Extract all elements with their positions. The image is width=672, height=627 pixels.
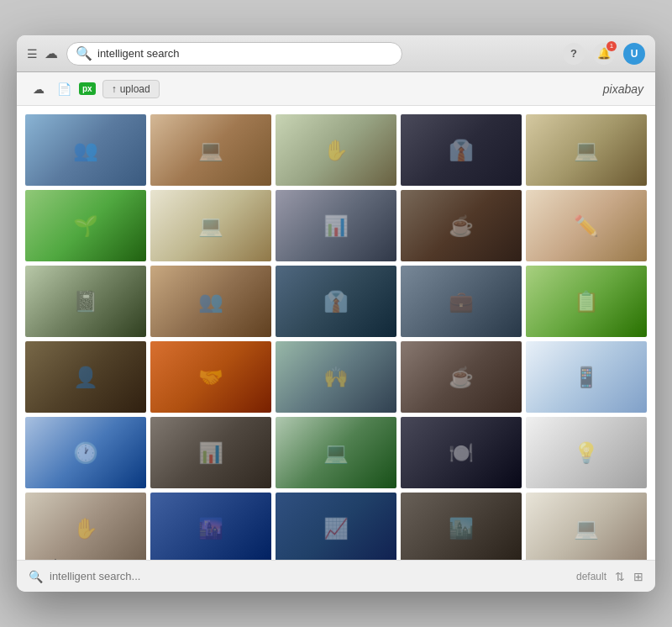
image-item-tooltip[interactable]: ✋ Search for any type of image	[25, 493, 146, 560]
img-overlay: 📊	[276, 190, 396, 261]
grid-view-icon[interactable]: ⊞	[633, 570, 643, 583]
image-item[interactable]: 💻	[150, 190, 271, 261]
image-item[interactable]: 🌆	[150, 493, 271, 560]
image-item[interactable]: 📓	[25, 266, 146, 337]
image-item[interactable]: 🍽️	[401, 417, 522, 488]
image-item[interactable]: 📱	[526, 341, 647, 413]
img-overlay: 👔	[276, 266, 396, 337]
upload-button[interactable]: ↑ upload	[102, 80, 160, 98]
image-item[interactable]: 📋	[526, 266, 647, 337]
image-item[interactable]: 💻	[276, 417, 396, 488]
img-overlay: 💻	[276, 417, 396, 488]
img-overlay: 🙌	[276, 341, 396, 413]
pixabay-icon[interactable]: px	[79, 82, 96, 95]
image-item[interactable]: 💻	[150, 114, 271, 186]
image-item[interactable]: 💻	[526, 114, 647, 186]
sort-icon[interactable]: ⇅	[615, 570, 625, 583]
img-overlay: 📱	[526, 341, 647, 413]
upload-label: upload	[120, 83, 150, 95]
default-label: default	[576, 571, 606, 582]
image-item[interactable]: 👔	[276, 266, 396, 337]
cloud-icon[interactable]: ☁	[45, 45, 58, 61]
img-overlay: 💡	[526, 417, 647, 488]
titlebar: ☰ ☁ 🔍 ? 🔔 1 U	[17, 35, 655, 72]
bottom-search-input[interactable]	[50, 570, 570, 582]
titlebar-left: ☰ ☁	[27, 45, 58, 61]
img-overlay: 📈	[276, 493, 396, 560]
title-search-bar[interactable]: 🔍	[66, 42, 402, 66]
cloud-toolbar-icon[interactable]: ☁	[29, 79, 49, 99]
image-item[interactable]: ☕	[401, 190, 522, 261]
image-item[interactable]: 📊	[276, 190, 396, 261]
notification-badge: 1	[606, 41, 617, 51]
title-search-input[interactable]	[97, 47, 393, 60]
image-item[interactable]: 💻	[526, 493, 647, 560]
img-overlay: 💻	[526, 114, 647, 186]
search-icon: 🔍	[76, 45, 92, 61]
image-item[interactable]: 💡	[526, 417, 647, 488]
statusbar: 🔍 default ⇅ ⊞	[17, 560, 655, 592]
image-item[interactable]: 👤	[25, 341, 146, 413]
img-overlay: ✋	[25, 493, 146, 560]
toolbar-icons: ☁ 📄 px	[29, 79, 96, 99]
img-overlay: ☕	[401, 341, 522, 413]
image-item[interactable]: ✏️	[526, 190, 647, 261]
image-grid: 👥 💻 ✋ 👔 💻 🌱 💻 📊 ☕ ✏️ 📓	[17, 106, 655, 560]
upload-arrow-icon: ↑	[112, 83, 117, 95]
pixabay-label: pixabay	[603, 82, 643, 96]
help-button[interactable]: ?	[563, 43, 585, 65]
image-item[interactable]: 👔	[401, 114, 522, 186]
image-item[interactable]: 👥	[25, 114, 146, 186]
image-item[interactable]: 💼	[401, 266, 522, 337]
img-overlay: 🏙️	[401, 493, 522, 560]
img-overlay: 🌱	[25, 190, 146, 261]
image-item[interactable]: 🏙️	[401, 493, 522, 560]
img-overlay: 💻	[150, 114, 271, 186]
notification-button[interactable]: 🔔 1	[593, 43, 615, 65]
image-item[interactable]: 👥	[150, 266, 271, 337]
img-overlay: 📋	[526, 266, 647, 337]
toolbar: ☁ 📄 px ↑ upload pixabay	[17, 72, 655, 106]
img-overlay: 👥	[25, 114, 146, 186]
image-item[interactable]: ☕	[401, 341, 522, 413]
statusbar-right: default ⇅ ⊞	[576, 570, 643, 583]
app-window: ☰ ☁ 🔍 ? 🔔 1 U ☁ 📄 px ↑ upload pixabay	[17, 35, 655, 592]
img-overlay: 💻	[150, 190, 271, 261]
image-item[interactable]: 🕐	[25, 417, 146, 488]
user-avatar[interactable]: U	[623, 43, 645, 65]
image-item[interactable]: 🌱	[25, 190, 146, 261]
menu-icon[interactable]: ☰	[27, 47, 38, 61]
img-overlay: ☕	[401, 190, 522, 261]
titlebar-right: ? 🔔 1 U	[563, 43, 645, 65]
img-overlay: 📓	[25, 266, 146, 337]
img-overlay: ✋	[276, 114, 396, 186]
img-overlay: 👤	[25, 341, 146, 413]
img-overlay: 🌆	[150, 493, 271, 560]
image-item[interactable]: 🙌	[276, 341, 396, 413]
img-overlay: ✏️	[526, 190, 647, 261]
image-item[interactable]: 📊	[150, 417, 271, 488]
img-overlay: 📊	[150, 417, 271, 488]
img-overlay: 👥	[150, 266, 271, 337]
image-item[interactable]: 📈	[276, 493, 396, 560]
img-overlay: 💻	[526, 493, 647, 560]
img-overlay: 👔	[401, 114, 522, 186]
img-overlay: 🕐	[25, 417, 146, 488]
image-item[interactable]: 🤝	[150, 341, 271, 413]
img-overlay: 🍽️	[401, 417, 522, 488]
img-overlay: 💼	[401, 266, 522, 337]
image-item[interactable]: ✋	[276, 114, 396, 186]
document-icon[interactable]: 📄	[54, 79, 74, 99]
img-overlay: 🤝	[150, 341, 271, 413]
search-icon-bottom: 🔍	[29, 570, 43, 583]
